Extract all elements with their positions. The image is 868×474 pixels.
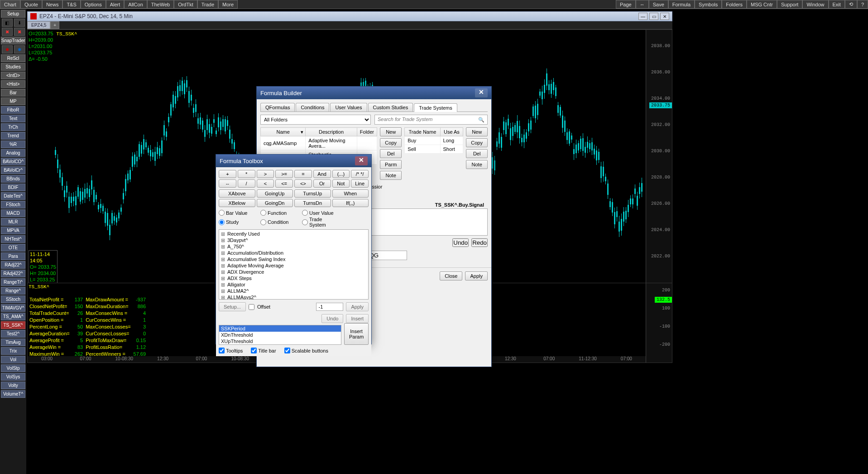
close-icon[interactable]: ✕ — [660, 13, 669, 20]
sidebar-item-range[interactable]: Range^ — [1, 287, 25, 295]
param-item[interactable]: SSKPeriod — [219, 325, 341, 332]
trade-del-button[interactable]: Del — [466, 149, 488, 158]
menu-symbols[interactable]: Symbols — [695, 0, 722, 9]
chart-titlebar[interactable]: EPZ4 - E-Mini S&P 500, Dec 14, 5 Min — ▭… — [27, 11, 672, 21]
op-when-button[interactable]: When — [332, 189, 369, 198]
menu-news[interactable]: News — [42, 0, 63, 9]
formula-toolbox-titlebar[interactable]: Formula Toolbox ✕ — [216, 155, 371, 167]
fb-tab-tradesystems[interactable]: Trade Systems — [414, 103, 457, 112]
sidebar-item-timavgv[interactable]: TIMAVGV^ — [1, 304, 25, 312]
intd-button[interactable]: <IntD> — [1, 72, 25, 79]
sidebar-item-analog[interactable]: Analog — [1, 149, 25, 157]
trades-table[interactable]: Trade Name Use As BuyLongSellShort — [404, 127, 463, 154]
search-icon[interactable]: 🔍 — [478, 117, 484, 123]
radio-study[interactable] — [219, 219, 225, 225]
close-icon[interactable]: ✕ — [355, 156, 368, 165]
sidebar-item-volty[interactable]: Volty — [1, 382, 25, 389]
sidebar-item-nhtest[interactable]: NHTest^ — [1, 235, 25, 243]
op-button[interactable]: Line — [351, 179, 369, 188]
menu-[interactable]: ↔ — [636, 0, 649, 9]
op-button[interactable]: + — [219, 170, 236, 178]
tree-item[interactable]: ADX Divergence — [220, 269, 367, 275]
sidebar-item-text[interactable]: Text — [1, 115, 25, 122]
sidebar-item-radj22[interactable]: RAdj22^ — [1, 261, 25, 269]
param-item[interactable]: XDnThreshold — [219, 332, 341, 338]
sidebar-icon-5[interactable]: ✱ — [2, 45, 13, 53]
fb-tab-conditions[interactable]: Conditions — [296, 103, 329, 111]
op-button[interactable]: * — [238, 170, 255, 178]
sidebar-item-bavolcr[interactable]: BAVolCr^ — [1, 166, 25, 174]
sidebar-item-fibor[interactable]: FiboR — [1, 106, 25, 114]
radio-tradesystem[interactable] — [302, 219, 308, 225]
setup-button[interactable]: Setup — [1, 10, 25, 18]
snaptrader-button[interactable]: SnapTrader — [1, 37, 25, 44]
redo-button[interactable]: Redo — [471, 238, 488, 247]
parm-button[interactable]: Parm — [380, 160, 402, 169]
trade-copy-button[interactable]: Copy — [466, 138, 488, 147]
formula-builder-titlebar[interactable]: Formula Builder ✕ — [257, 87, 491, 99]
sidebar-item-vol[interactable]: Vol — [1, 356, 25, 363]
col-folder[interactable]: Folder — [357, 128, 377, 136]
sidebar-item-mpva[interactable]: MPVA — [1, 227, 25, 234]
col-use-as[interactable]: Use As — [440, 128, 463, 136]
menu-window[interactable]: Window — [802, 0, 828, 9]
parameter-list[interactable]: SSKPeriodXDnThresholdXUpThreshold — [219, 325, 341, 345]
menu-theweb[interactable]: TheWeb — [147, 0, 174, 9]
sidebar-item-trix[interactable]: Trix — [1, 347, 25, 355]
op-button[interactable]: /* */ — [351, 170, 369, 178]
sidebar-item-para[interactable]: Para — [1, 252, 25, 260]
op-button[interactable]: Or — [313, 179, 331, 188]
menu-[interactable]: ? — [857, 0, 868, 9]
insert-param-button[interactable]: Insert Param — [344, 323, 369, 345]
table-cell[interactable]: cqg.AMASamp — [261, 136, 306, 150]
menu-chart[interactable]: Chart — [0, 0, 20, 9]
menu-msgcntr[interactable]: MSG Cntr — [747, 0, 777, 9]
sidebar-icon-2[interactable]: ⬇ — [14, 19, 25, 27]
close-button[interactable]: Close — [440, 271, 462, 281]
tree-item[interactable]: Adaptive Moving Average — [220, 262, 367, 269]
sidebar-item-bavolco[interactable]: BAVolCO^ — [1, 158, 25, 165]
trade-note-button[interactable]: Note — [466, 160, 488, 169]
menu-folders[interactable]: Folders — [722, 0, 747, 9]
param-item[interactable]: XUpThreshold — [219, 338, 341, 344]
col-trade-name[interactable]: Trade Name — [405, 128, 440, 136]
menu-allcon[interactable]: AllCon — [124, 0, 147, 9]
study-tree[interactable]: Recently Used3Daypvt^A_750^Accumulation/… — [219, 229, 369, 300]
sidebar-item-rangeti[interactable]: RangeTi^ — [1, 278, 25, 286]
op-button[interactable]: <> — [294, 179, 312, 188]
tree-item[interactable]: Recently Used — [220, 231, 367, 237]
fb-tab-qformulas[interactable]: QFormulas — [260, 103, 295, 111]
sidebar-item-mlr[interactable]: MLR — [1, 218, 25, 226]
sidebar-item-trch[interactable]: TrCh — [1, 123, 25, 131]
offset-checkbox[interactable] — [249, 304, 254, 310]
add-tab-button[interactable]: + — [50, 21, 59, 29]
menu-formula[interactable]: Formula — [668, 0, 695, 9]
menu-save[interactable]: Save — [649, 0, 668, 9]
table-cell[interactable]: Buy — [405, 136, 440, 145]
op-button[interactable]: <= — [275, 179, 293, 188]
op-goingdn-button[interactable]: GoingDn — [257, 199, 293, 207]
del-button[interactable]: Del — [380, 149, 402, 158]
sidebar-item-macd[interactable]: MACD — [1, 209, 25, 217]
tree-item[interactable]: Accumulative Swing Index — [220, 256, 367, 262]
fb-tab-customstudies[interactable]: Custom Studies — [368, 103, 413, 111]
studies-button[interactable]: Studies — [1, 63, 25, 71]
op-xbelow-button[interactable]: XBelow — [219, 199, 255, 207]
menu-alert[interactable]: Alert — [106, 0, 125, 9]
hist-button[interactable]: <Hist> — [1, 80, 25, 88]
menu-exit[interactable]: Exit — [829, 0, 845, 9]
menu-ordtkt[interactable]: OrdTkt — [174, 0, 197, 9]
toolbox-setup-button[interactable]: Setup... — [219, 302, 246, 311]
op-button[interactable]: = — [294, 170, 312, 178]
sidebar-icon-6[interactable]: ✱ — [14, 45, 25, 53]
table-cell[interactable]: Adaptive Moving Avera... — [306, 136, 357, 150]
table-cell[interactable]: Long — [440, 136, 463, 145]
tree-item[interactable]: Alligator — [220, 281, 367, 288]
sidebar-item-volstp[interactable]: VolStp — [1, 364, 25, 372]
tree-item[interactable]: ALLMA2^ — [220, 288, 367, 294]
sidebar-icon-1[interactable]: ◧ — [2, 19, 13, 27]
sidebar-item-ote[interactable]: OTE — [1, 244, 25, 252]
op-turnsup-button[interactable]: TurnsUp — [294, 189, 331, 198]
apply-button[interactable]: Apply — [465, 271, 488, 281]
tree-item[interactable]: ADX Steps — [220, 275, 367, 281]
